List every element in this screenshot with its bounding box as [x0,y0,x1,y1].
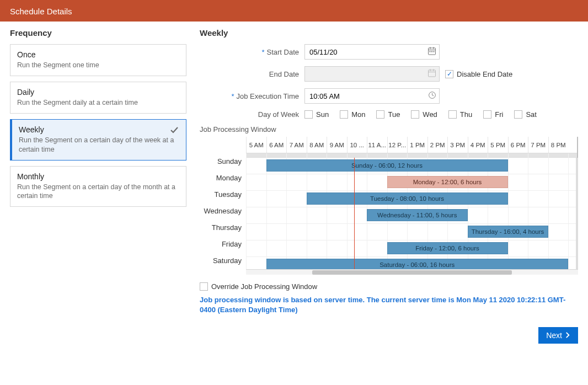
jpw-hour-header: 12 P... [387,137,408,153]
jpw-hour-header: 5 PM [488,137,508,153]
jpw-row: Monday - 12:00, 6 hours [246,174,577,191]
dow-label-sun: Sun [316,110,329,119]
dow-label-thu: Thu [460,110,472,119]
jpw-bar-saturday[interactable]: Saturday - 06:00, 16 hours [266,259,569,269]
chevron-right-icon [565,331,570,340]
dow-checkbox-sat[interactable] [514,110,522,119]
dow-checkbox-mon[interactable] [340,110,348,119]
jpw-day-label: Wednesday [200,203,246,220]
start-date-label: *Start Date [200,48,304,56]
override-jpw-label: Override Job Processing Window [211,282,317,291]
next-button[interactable]: Next [538,327,578,344]
schedule-details-banner: Schedule Details [0,0,588,22]
current-time-line [354,158,355,269]
job-exec-time-label: *Job Execution Time [200,92,304,100]
jpw-hour-header: 10 ... [347,137,367,153]
dow-checkbox-tue[interactable] [376,110,384,119]
jpw-hour-header: 5 AM [246,137,266,153]
jpw-hour-header: 7 AM [286,137,307,153]
frequency-option-monthly[interactable]: MonthlyRun the Segment on a certain day … [10,166,186,207]
frequency-option-title: Monthly [17,172,179,181]
jpw-bar-tuesday[interactable]: Tuesday - 08:00, 10 hours [307,192,508,205]
jpw-hour-header: 3 PM [447,137,468,153]
dow-label-sat: Sat [526,110,537,119]
jpw-row: Thursday - 16:00, 4 hours [246,224,577,240]
jpw-bar-friday[interactable]: Friday - 12:00, 6 hours [387,242,508,254]
jpw-day-label: Sunday [200,153,246,170]
frequency-heading: Frequency [10,28,186,38]
frequency-option-title: Once [17,50,179,59]
next-button-label: Next [546,331,562,340]
jpw-day-label: Thursday [200,220,246,236]
jpw-day-label: Tuesday [200,186,246,203]
jpw-hour-header: 6 AM [266,137,287,153]
disable-end-date-label: Disable End Date [457,70,512,78]
jpw-bar-monday[interactable]: Monday - 12:00, 6 hours [387,176,508,188]
jpw-horizontal-scrollbar[interactable] [246,269,578,275]
day-of-week-label: Day of Week [200,110,304,119]
job-processing-window-chart: 5 AM6 AM7 AM8 AM9 AM10 ...11 A...12 P...… [246,137,577,269]
dow-label-mon: Mon [351,110,365,119]
frequency-option-title: Weekly [19,125,179,134]
frequency-option-desc: Run the Segment on a certain day of the … [19,136,179,154]
jpw-hour-header: 9 AM [327,137,347,153]
jpw-hour-header: 4 PM [468,137,488,153]
jpw-row: Sunday - 06:00, 12 hours [246,158,577,174]
job-exec-time-input[interactable] [304,88,440,104]
jpw-hour-header: 8 PM [548,137,569,153]
jpw-row: Wednesday - 11:00, 5 hours [246,207,577,224]
disable-end-date-checkbox[interactable] [445,70,453,78]
end-date-label: End Date [200,70,304,78]
dow-label-fri: Fri [495,110,503,119]
banner-title: Schedule Details [10,7,72,16]
jpw-row: Saturday - 06:00, 16 hours [246,257,577,269]
jpw-bar-sunday[interactable]: Sunday - 06:00, 12 hours [266,159,508,172]
frequency-option-title: Daily [17,88,179,97]
frequency-option-once[interactable]: OnceRun the Segment one time [10,44,186,76]
jpw-hour-header: 6 PM [508,137,528,153]
jpw-row: Tuesday - 08:00, 10 hours [246,191,577,207]
dow-checkbox-thu[interactable] [448,110,457,119]
frequency-option-weekly[interactable]: WeeklyRun the Segment on a certain day o… [10,119,186,161]
frequency-option-daily[interactable]: DailyRun the Segment daily at a certain … [10,82,186,114]
jpw-bar-wednesday[interactable]: Wednesday - 11:00, 5 hours [367,209,468,221]
dow-label-wed: Wed [423,110,437,119]
jpw-hour-header: 8 AM [307,137,327,153]
weekly-heading: Weekly [200,28,578,38]
frequency-option-desc: Run the Segment on a certain day of the … [17,183,179,201]
jpw-vertical-scrollbar[interactable] [576,158,578,269]
jpw-hour-header: 1 PM [407,137,427,153]
frequency-option-desc: Run the Segment one time [17,61,179,70]
server-time-note: Job processing window is based on server… [200,295,578,315]
dow-checkbox-fri[interactable] [483,110,491,119]
dow-label-tue: Tue [388,110,400,119]
jpw-day-label: Friday [200,236,246,253]
jpw-label: Job Processing Window [200,125,578,133]
jpw-hour-header: 11 A... [367,137,387,153]
jpw-hour-header: 7 PM [528,137,548,153]
jpw-bar-thursday[interactable]: Thursday - 16:00, 4 hours [468,226,548,238]
dow-checkbox-sun[interactable] [304,110,313,119]
frequency-option-desc: Run the Segment daily at a certain time [17,98,179,108]
start-date-input[interactable] [304,44,440,60]
end-date-input [304,66,440,82]
jpw-day-label: Monday [200,170,246,186]
check-icon [169,125,179,137]
jpw-day-label: Saturday [200,253,246,269]
jpw-hour-header: 2 PM [427,137,448,153]
override-jpw-checkbox[interactable] [200,282,208,291]
dow-checkbox-wed[interactable] [411,110,419,119]
jpw-row: Friday - 12:00, 6 hours [246,240,577,257]
